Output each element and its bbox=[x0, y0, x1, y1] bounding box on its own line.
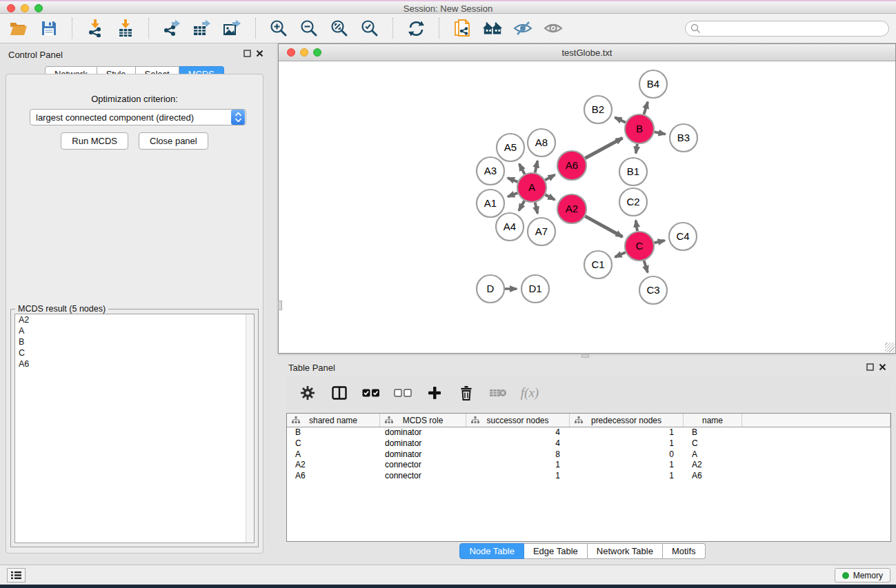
graph-edge-A-A8[interactable] bbox=[535, 161, 538, 172]
function-builder-icon[interactable]: f(x) bbox=[518, 382, 541, 404]
graph-node-A3[interactable]: A3 bbox=[477, 157, 504, 185]
graph-node-A6[interactable]: A6 bbox=[557, 151, 586, 180]
tab-network-table[interactable]: Network Table bbox=[588, 543, 663, 559]
graph-edge-A-A2[interactable] bbox=[545, 194, 555, 199]
zoom-selected-button[interactable] bbox=[359, 18, 380, 39]
graph-node-A[interactable]: A bbox=[517, 173, 546, 202]
graph-edge-A-A7[interactable] bbox=[535, 202, 538, 213]
criterion-dropdown[interactable]: largest connected component (directed) bbox=[30, 109, 246, 125]
graph-edge-B-B4[interactable] bbox=[644, 102, 648, 114]
graph-node-A2[interactable]: A2 bbox=[557, 194, 586, 223]
mcds-result-item[interactable]: B bbox=[15, 336, 254, 347]
graph-edge-A-A1[interactable] bbox=[508, 193, 517, 196]
mcds-result-item[interactable]: A2 bbox=[15, 314, 254, 325]
home-button[interactable] bbox=[482, 18, 503, 39]
graph-edge-A-A6[interactable] bbox=[545, 175, 555, 181]
graph-node-B4[interactable]: B4 bbox=[639, 70, 667, 98]
float-panel-icon[interactable] bbox=[243, 50, 251, 57]
graph-edge-C-C3[interactable] bbox=[644, 261, 648, 272]
mcds-panel: Optimization criterion: largest connecte… bbox=[6, 74, 263, 554]
mcds-result-item[interactable]: A6 bbox=[15, 358, 254, 369]
graph-node-C1[interactable]: C1 bbox=[584, 251, 612, 278]
select-all-columns-icon[interactable] bbox=[359, 382, 383, 404]
import-table-button[interactable] bbox=[115, 18, 136, 39]
column-header-predecessor-nodes[interactable]: predecessor nodes bbox=[570, 414, 684, 427]
column-header-successor-nodes[interactable]: successor nodes bbox=[466, 414, 570, 427]
export-table-button[interactable] bbox=[192, 18, 212, 39]
table-row[interactable]: Adominator80A bbox=[287, 449, 890, 460]
task-history-button[interactable] bbox=[7, 568, 26, 582]
graph-node-B3[interactable]: B3 bbox=[670, 124, 697, 152]
mcds-result-item[interactable]: A bbox=[15, 325, 254, 336]
close-panel-button[interactable]: Close panel bbox=[139, 132, 208, 150]
refresh-button[interactable] bbox=[406, 18, 426, 39]
graph-node-A1[interactable]: A1 bbox=[477, 190, 504, 217]
graph-node-A5[interactable]: A5 bbox=[497, 134, 524, 161]
open-session-button[interactable] bbox=[8, 18, 29, 39]
table-row[interactable]: Bdominator41B bbox=[287, 427, 890, 438]
graph-edge-C-C4[interactable] bbox=[654, 241, 664, 243]
graph-edge-A-A4[interactable] bbox=[519, 201, 524, 210]
duplicate-network-button[interactable] bbox=[452, 18, 472, 39]
graph-edge-C-C1[interactable] bbox=[615, 252, 626, 257]
column-header-shared-name[interactable]: shared name bbox=[287, 414, 380, 427]
graph-node-C3[interactable]: C3 bbox=[639, 276, 667, 304]
graph-node-A7[interactable]: A7 bbox=[528, 218, 555, 245]
graph-edge-B-B3[interactable] bbox=[655, 132, 666, 134]
deselect-all-columns-icon[interactable] bbox=[391, 382, 415, 404]
add-column-icon[interactable] bbox=[423, 382, 446, 404]
graph-node-B[interactable]: B bbox=[625, 114, 654, 143]
horizontal-split-handle[interactable] bbox=[581, 354, 589, 358]
graph-node-B2[interactable]: B2 bbox=[584, 96, 612, 123]
network-canvas[interactable]: B4B2BB3B1A5A8A6A3AA1A2C2A4A7C4CC1C3DD1 bbox=[279, 62, 895, 353]
delete-table-icon[interactable] bbox=[486, 382, 510, 404]
table-row[interactable]: Cdominator41C bbox=[287, 438, 890, 449]
zoom-in-button[interactable] bbox=[268, 18, 289, 39]
run-mcds-button[interactable]: Run MCDS bbox=[61, 132, 128, 150]
mcds-result-item[interactable]: C bbox=[15, 347, 254, 358]
memory-button[interactable]: Memory bbox=[835, 568, 890, 582]
tab-node-table[interactable]: Node Table bbox=[459, 543, 524, 559]
graph-node-A8[interactable]: A8 bbox=[528, 129, 555, 156]
graph-edge-A-A3[interactable] bbox=[508, 178, 518, 182]
split-pane-handle[interactable] bbox=[278, 301, 282, 310]
network-window-titlebar[interactable]: testGlobe.txt bbox=[279, 44, 895, 61]
float-panel-icon[interactable] bbox=[866, 363, 874, 371]
result-scrollbar[interactable] bbox=[246, 314, 254, 543]
tab-edge-table[interactable]: Edge Table bbox=[524, 543, 588, 559]
graph-node-B1[interactable]: B1 bbox=[619, 158, 647, 185]
table-options-gear-icon[interactable] bbox=[296, 382, 319, 404]
export-network-button[interactable] bbox=[161, 18, 182, 39]
zoom-out-button[interactable] bbox=[299, 18, 319, 39]
tab-motifs[interactable]: Motifs bbox=[663, 543, 706, 559]
column-header-name[interactable]: name bbox=[684, 414, 742, 427]
graph-edge-C-C2[interactable] bbox=[636, 221, 637, 231]
export-image-button[interactable] bbox=[222, 18, 243, 39]
graph-node-C4[interactable]: C4 bbox=[669, 223, 697, 250]
graph-node-C2[interactable]: C2 bbox=[619, 188, 647, 216]
hide-graphics-details-button[interactable] bbox=[512, 18, 533, 39]
graph-node-D1[interactable]: D1 bbox=[521, 275, 549, 303]
table-row[interactable]: A6connector11A6 bbox=[287, 471, 890, 482]
graph-node-A4[interactable]: A4 bbox=[496, 213, 524, 241]
table-row[interactable]: A2connector11A2 bbox=[287, 460, 890, 471]
search-field[interactable] bbox=[685, 21, 889, 37]
zoom-fit-button[interactable] bbox=[329, 18, 350, 39]
delete-column-icon[interactable] bbox=[455, 382, 478, 404]
window-resize-grip[interactable] bbox=[885, 343, 895, 352]
column-header-MCDS-role[interactable]: MCDS role bbox=[380, 414, 466, 427]
search-input[interactable] bbox=[704, 23, 888, 33]
close-panel-icon[interactable] bbox=[256, 50, 263, 57]
save-session-button[interactable] bbox=[39, 18, 59, 39]
graph-edge-A2-C[interactable] bbox=[585, 216, 622, 237]
graph-edge-B-B1[interactable] bbox=[636, 144, 637, 154]
graph-edge-B-B2[interactable] bbox=[615, 117, 626, 122]
split-view-icon[interactable] bbox=[328, 382, 351, 404]
graph-node-C[interactable]: C bbox=[625, 232, 654, 261]
graph-node-D[interactable]: D bbox=[477, 275, 504, 303]
show-graphics-details-button[interactable] bbox=[543, 18, 564, 39]
import-network-button[interactable] bbox=[85, 18, 106, 39]
graph-edge-A6-B[interactable] bbox=[585, 138, 622, 158]
close-panel-icon[interactable] bbox=[879, 363, 886, 371]
graph-edge-A-A5[interactable] bbox=[519, 164, 525, 174]
